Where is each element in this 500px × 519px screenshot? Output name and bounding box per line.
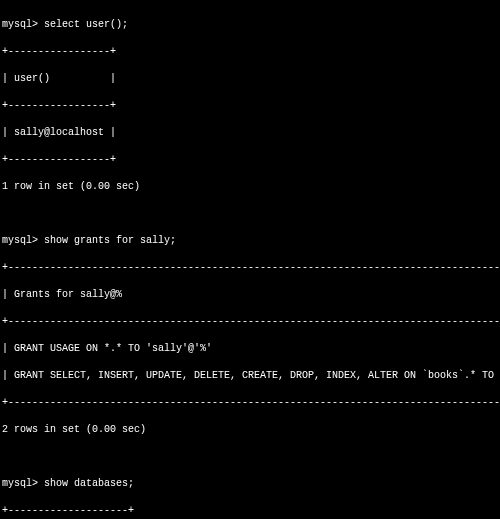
mysql-prompt: mysql> [2,19,44,30]
mysql-prompt: mysql> [2,235,44,246]
table-border: +---------------------------------------… [2,315,498,329]
table-header: | user() | [2,72,498,86]
table-border: +--------------------+ [2,504,498,518]
table-border: +-----------------+ [2,153,498,167]
terminal-output: mysql> select user(); +-----------------… [0,0,500,519]
table-row: | sally@localhost | [2,126,498,140]
cmd-show-grants: show grants for sally; [44,235,176,246]
cmd-line[interactable]: mysql> show grants for sally; [2,234,498,248]
result-footer: 1 row in set (0.00 sec) [2,180,498,194]
mysql-prompt: mysql> [2,478,44,489]
result-footer: 2 rows in set (0.00 sec) [2,423,498,437]
table-border: +-----------------+ [2,99,498,113]
cmd-line[interactable]: mysql> select user(); [2,18,498,32]
table-row: | GRANT SELECT, INSERT, UPDATE, DELETE, … [2,369,498,383]
cmd-line[interactable]: mysql> show databases; [2,477,498,491]
table-border: +-----------------+ [2,45,498,59]
cmd-show-databases: show databases; [44,478,134,489]
table-border: +---------------------------------------… [2,396,498,410]
table-header: | Grants for sally@% | [2,288,498,302]
table-border: +---------------------------------------… [2,261,498,275]
table-row: | GRANT USAGE ON *.* TO 'sally'@'%' | [2,342,498,356]
cmd-select-user: select user(); [44,19,128,30]
